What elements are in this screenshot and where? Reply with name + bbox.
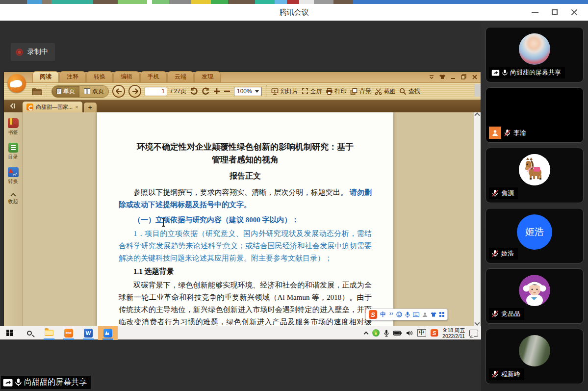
tray-clock[interactable]: 9:18 周五 2022/2/11	[442, 327, 465, 339]
convert-icon	[8, 167, 19, 177]
tab-discover[interactable]: 发现	[194, 71, 221, 82]
tray-volume-icon[interactable]	[406, 330, 413, 336]
prev-page-button[interactable]	[112, 85, 125, 98]
collapse-panel-button[interactable]: 收起	[8, 194, 18, 205]
ime-skin-icon[interactable]	[431, 312, 436, 317]
document-file-icon	[26, 104, 33, 110]
collapse-ribbon-icon[interactable]	[428, 74, 435, 80]
search-icon	[399, 88, 407, 95]
ime-punctuation-icon[interactable]	[389, 312, 393, 317]
tray-expand-icon[interactable]	[364, 331, 369, 336]
scrollbar-thumb[interactable]	[474, 84, 480, 97]
text-cursor	[163, 219, 164, 226]
tray-battery-icon[interactable]	[393, 331, 402, 336]
toc-panel-button[interactable]: 目录	[8, 143, 18, 160]
avatar-initials: 姬浩	[517, 214, 552, 250]
close-tab-icon[interactable]: ×	[75, 104, 78, 110]
zoom-in-button[interactable]	[213, 88, 220, 95]
participant-tile-jiaoyuan[interactable]: 焦源	[486, 148, 584, 203]
mic-muted-icon	[491, 189, 499, 197]
pdf-restore-icon[interactable]	[460, 74, 467, 80]
close-button[interactable]	[564, 4, 584, 21]
screen-share-banner-text: 尚甜甜的屏幕共享	[24, 377, 87, 388]
skin-icon[interactable]	[439, 74, 445, 80]
document-viewport[interactable]: 环境不确定性对企业颠覆性绿色创新的影响机制研究：基于 管理者感知的视角 报告正文…	[23, 112, 473, 326]
tab-edit[interactable]: 编辑	[113, 71, 140, 82]
sogou-logo-icon[interactable]: S	[369, 310, 377, 319]
taskbar-search-button[interactable]	[20, 326, 39, 340]
slideshow-icon	[271, 88, 279, 95]
pdf-side-panel: 书签 目录 转换 收起	[4, 112, 23, 326]
ime-account-icon[interactable]	[422, 312, 428, 317]
tray-sogou-icon[interactable]: S	[431, 329, 438, 337]
screenshot-button[interactable]: 截图	[375, 87, 396, 96]
convert-panel-button[interactable]: 转换	[8, 167, 19, 185]
tab-annotate[interactable]: 注释	[59, 71, 86, 82]
participant-tile-sharer[interactable]: 尚甜甜的屏幕共享	[486, 27, 584, 82]
notification-center-icon[interactable]	[469, 330, 478, 337]
next-page-button[interactable]	[128, 85, 141, 98]
start-button[interactable]	[0, 326, 20, 340]
maximize-button[interactable]	[545, 4, 564, 21]
pdf-app-taskbar-button[interactable]: PDF	[59, 326, 78, 340]
mic-on-icon	[502, 69, 508, 77]
bookmark-panel-button[interactable]: 书签	[8, 118, 19, 136]
participant-tile-dangjingjing[interactable]: 党晶晶	[486, 268, 584, 324]
find-button[interactable]: 查找	[399, 87, 420, 96]
ime-mode-toggle[interactable]: 中	[380, 311, 386, 319]
ime-voice-icon[interactable]	[405, 312, 410, 318]
tray-antivirus-icon[interactable]	[372, 329, 380, 337]
pdf-menu-tabs: 阅读 注释 转换 编辑 手机 云端 发现	[4, 72, 481, 82]
scroll-up-icon[interactable]	[474, 112, 480, 118]
ime-keyboard-icon[interactable]	[413, 313, 419, 317]
background-icon	[350, 88, 358, 95]
slideshow-button[interactable]: 幻灯片	[271, 87, 298, 96]
word-taskbar-button[interactable]: W	[78, 326, 98, 340]
tab-cloud[interactable]: 云端	[167, 71, 194, 82]
mic-on-icon	[15, 378, 22, 387]
vertical-scrollbar[interactable]	[473, 112, 481, 326]
document-tab[interactable]: 尚甜甜—国家... ×	[23, 102, 82, 112]
zoom-out-button[interactable]	[224, 88, 230, 95]
page-number-input[interactable]	[145, 87, 167, 96]
participant-tile-chengxinfeng[interactable]: 程新峰	[486, 329, 584, 384]
ime-emoji-icon[interactable]	[396, 312, 402, 317]
single-page-button[interactable]: 单页	[52, 86, 79, 97]
participant-tile-liyu[interactable]: 李渝	[486, 87, 584, 143]
meeting-taskbar-button[interactable]	[98, 326, 118, 340]
zoom-level-dropdown[interactable]: 100%	[234, 87, 262, 96]
collapse-tabbar-icon[interactable]	[7, 101, 18, 111]
tray-mic-icon[interactable]	[384, 330, 389, 337]
print-button[interactable]: 打印	[326, 87, 347, 96]
page-layout-toggle: 单页 双页	[51, 85, 109, 98]
double-page-icon	[84, 88, 90, 94]
intro-paragraph: 参照以下提纲撰写，要求内容翔实、清晰，层次分明，标题突出。 请勿删除或改动下述提…	[119, 186, 372, 211]
meeting-title: 腾讯会议	[280, 8, 309, 17]
mic-muted-icon	[504, 129, 511, 137]
pdf-app-logo-icon[interactable]	[7, 74, 26, 93]
background-button[interactable]: 背景	[350, 87, 371, 96]
pdf-window-controls	[428, 74, 478, 80]
minimize-button[interactable]	[525, 4, 545, 21]
tray-ime-indicator[interactable]: 中	[417, 329, 426, 337]
pdf-minimize-icon[interactable]	[450, 74, 456, 80]
fullscreen-button[interactable]: 全屏	[302, 87, 322, 96]
recording-indicator[interactable]: 录制中	[11, 43, 55, 61]
folder-icon	[45, 330, 53, 336]
open-folder-button[interactable]	[31, 87, 42, 96]
tab-read[interactable]: 阅读	[32, 71, 59, 82]
rotate-right-button[interactable]	[202, 87, 210, 95]
clock-time: 9:18 周五	[442, 327, 465, 333]
rotate-left-button[interactable]	[190, 87, 198, 95]
toc-icon	[8, 143, 18, 153]
tab-convert[interactable]: 转换	[86, 71, 113, 82]
double-page-button[interactable]: 双页	[79, 86, 108, 97]
tab-mobile[interactable]: 手机	[140, 71, 167, 82]
ime-toolbar: S 中	[365, 309, 448, 320]
new-tab-button[interactable]: +	[84, 103, 97, 112]
participant-tile-jihao[interactable]: 姬浩 姬浩	[486, 208, 584, 263]
ime-menu-grid-icon[interactable]	[439, 312, 444, 317]
scroll-down-icon[interactable]	[474, 320, 480, 325]
file-explorer-button[interactable]	[39, 326, 59, 340]
pdf-close-icon[interactable]	[471, 74, 478, 80]
